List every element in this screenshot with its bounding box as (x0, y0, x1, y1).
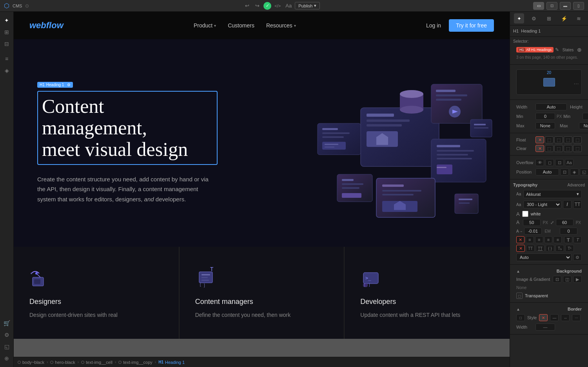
deco-code-btn[interactable]: { } (546, 245, 554, 252)
selector-edit-icon[interactable]: ✎ (555, 47, 559, 52)
nav-resources[interactable]: Resources ▾ (266, 22, 296, 29)
h1-heading-selected[interactable]: Content management,meet visual design (37, 91, 218, 165)
border-header[interactable]: ▲ Border (513, 305, 585, 313)
deco-sub-btn[interactable]: T₁ (555, 245, 564, 252)
min-height-input[interactable] (583, 113, 588, 120)
width-input[interactable] (535, 103, 567, 110)
selector-badge[interactable]: H1 All H1 Headings (516, 47, 554, 52)
page-settings-icon[interactable]: ⊙ (25, 3, 29, 9)
text-transform-button[interactable]: TT (573, 200, 582, 209)
deco-tt-btn[interactable]: TT (526, 245, 535, 252)
align-left-btn[interactable]: ≡ (526, 236, 534, 243)
deco-sup-btn[interactable]: T¹ (565, 245, 574, 252)
border-dashed-btn[interactable]: -- (561, 314, 570, 321)
align-center-btn[interactable]: ≡ (535, 236, 543, 243)
webflow-logo-icon[interactable]: ⬡ (4, 2, 9, 9)
publish-button[interactable]: Publish ▾ (295, 2, 320, 9)
overflow-visible-btn[interactable]: 👁 (535, 159, 544, 166)
left-panel-ecomm-icon[interactable]: 🛒 (1, 318, 12, 329)
bg-video-btn[interactable]: ▶ (573, 276, 582, 283)
left-panel-cms-icon[interactable]: ◈ (1, 65, 12, 76)
undo-button[interactable]: ↩ (242, 1, 252, 11)
clear-both-btn[interactable]: ⬚ (564, 145, 572, 152)
overflow-auto-btn[interactable]: Aa (565, 159, 573, 166)
align-justify-btn[interactable]: ≡ (554, 236, 562, 243)
breadcrumb-heading1[interactable]: H1 Heading 1 (158, 360, 185, 365)
breadcrumb-text-img-copy[interactable]: text-img__copy (118, 360, 152, 365)
more-panel-icon[interactable]: ≋ (574, 13, 584, 24)
position-input[interactable] (535, 168, 559, 175)
float-left-btn[interactable]: ⬚ (545, 136, 554, 143)
selector-add-icon[interactable]: ⊕ (577, 47, 582, 53)
font-family-selector[interactable]: Akkurat ▾ (523, 190, 582, 198)
position-more-icon[interactable]: … (573, 79, 579, 85)
max-height-input[interactable] (579, 122, 588, 129)
min-width-input[interactable] (535, 113, 555, 120)
overflow-scroll-btn[interactable]: ⊡ (555, 159, 564, 166)
layout-panel-icon[interactable]: ⊞ (544, 13, 554, 24)
left-panel-bottom2-icon[interactable]: ◱ (1, 341, 12, 352)
code-view-button[interactable]: </> (273, 1, 282, 11)
deco-none-btn[interactable]: ✕ (516, 245, 525, 252)
text-spacing-selector[interactable]: Auto (516, 253, 572, 261)
mobile-landscape-button[interactable]: ▬ (560, 2, 571, 10)
nav-login[interactable]: Log in (426, 22, 441, 29)
breadcrumb-body-black[interactable]: body~black (18, 360, 44, 365)
border-all-btn[interactable]: □ (516, 314, 525, 321)
ls-right-input[interactable] (560, 228, 577, 235)
align-right-btn[interactable]: ≡ (544, 236, 553, 243)
nav-product[interactable]: Product ▾ (194, 22, 216, 29)
font-size-input[interactable] (523, 219, 541, 226)
typography-header[interactable]: Typography Advanced (513, 182, 585, 189)
left-panel-bottom3-icon[interactable]: ⊕ (1, 353, 12, 364)
editor-icon-button[interactable]: Aa (284, 1, 293, 11)
float-opt4-btn[interactable]: ⬚ (573, 136, 582, 143)
line-height-input[interactable] (556, 219, 573, 226)
max-width-input[interactable] (535, 122, 555, 129)
nav-cta[interactable]: Try it for free (449, 19, 494, 32)
breadcrumb-text-img-cell[interactable]: text-img__cell (81, 360, 113, 365)
float-right-btn[interactable]: ⬚ (554, 136, 563, 143)
text-small-t-btn[interactable]: T (573, 236, 582, 243)
overflow-hidden-btn[interactable]: ◻ (545, 159, 554, 166)
style-panel-icon[interactable]: ✦ (514, 13, 524, 24)
border-width-input[interactable] (535, 324, 555, 331)
interactions-panel-icon[interactable]: ⚡ (559, 13, 569, 24)
advanced-label[interactable]: Advanced (568, 183, 585, 187)
letter-spacing-input[interactable] (524, 228, 542, 235)
border-none-btn[interactable]: ✕ (539, 314, 548, 321)
nav-customers[interactable]: Customers (228, 22, 254, 29)
border-solid-btn[interactable]: — (550, 314, 559, 321)
mobile-portrait-button[interactable]: ▯ (573, 2, 584, 10)
bg-gradient-btn[interactable]: ◫ (563, 276, 572, 283)
left-panel-pages-icon[interactable]: ≡ (1, 53, 12, 64)
background-header[interactable]: ▲ Background (513, 267, 585, 275)
desktop-view-button[interactable]: ▭ (533, 2, 544, 10)
position-opt4-btn[interactable]: ◱ (580, 168, 588, 175)
text-spacing-settings-icon[interactable]: ⚙ (573, 254, 582, 261)
position-opt2-btn[interactable]: ⊡ (560, 168, 569, 175)
left-panel-bottom1-icon[interactable]: ⚙ (1, 329, 12, 340)
clear-opt-btn[interactable]: ⬚ (573, 145, 582, 152)
deco-tt2-btn[interactable]: TT (536, 245, 544, 252)
font-weight-selector[interactable]: 300 - Light 400 - Regular 700 - Bold (523, 201, 561, 208)
left-panel-assets-icon[interactable]: ⊟ (1, 38, 12, 49)
float-opt3-btn[interactable]: ⬚ (564, 136, 572, 143)
settings-panel-icon[interactable]: ⚙ (529, 13, 539, 24)
position-opt3-btn[interactable]: ◈ (570, 168, 579, 175)
bg-color-swatch[interactable]: ◻ (516, 293, 523, 299)
italic-button[interactable]: I (563, 200, 572, 209)
left-panel-style-icon[interactable]: ✦ (1, 15, 12, 26)
left-panel-layout-icon[interactable]: ⊞ (1, 27, 12, 38)
text-color-swatch[interactable] (522, 211, 528, 217)
tablet-view-button[interactable]: ⊡ (546, 2, 557, 10)
heading-settings-icon[interactable]: ⚙ (67, 83, 71, 87)
heading-element-tag[interactable]: H1 Heading 1 ⚙ (37, 82, 73, 88)
bg-image-btn[interactable]: ⊡ (553, 276, 561, 283)
redo-button[interactable]: ↪ (252, 1, 262, 11)
breadcrumb-hero-black[interactable]: hero-black (50, 360, 75, 365)
clear-none-btn[interactable]: ✕ (535, 145, 544, 152)
border-dotted-btn[interactable]: ··· (572, 314, 581, 321)
float-none-btn[interactable]: ✕ (535, 136, 544, 143)
clear-left-btn[interactable]: ⬚ (545, 145, 554, 152)
